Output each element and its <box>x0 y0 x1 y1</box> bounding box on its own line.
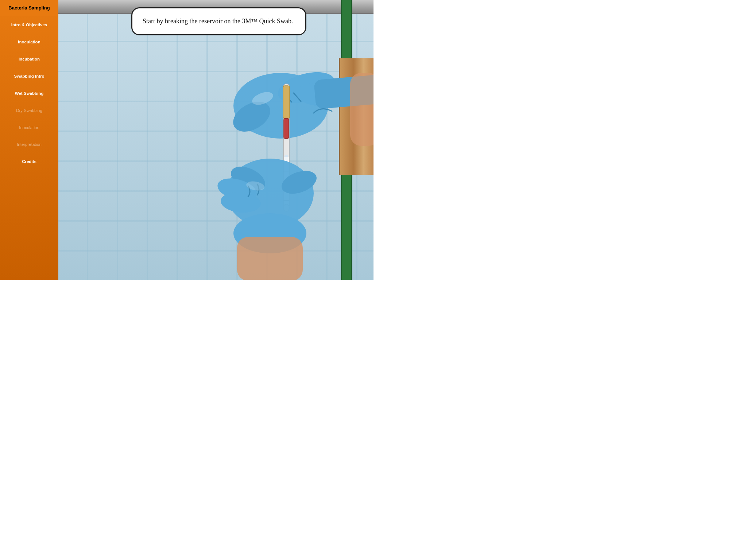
sidebar-item-dry-swabbing[interactable]: Dry Swabbing <box>0 102 58 119</box>
sidebar-item-interpretation[interactable]: Interpretation <box>0 136 58 153</box>
sidebar-item-incubation[interactable]: Incubation <box>0 51 58 68</box>
svg-rect-22 <box>237 237 303 280</box>
speech-bubble-text: Start by breaking the reservoir on the 3… <box>143 18 293 25</box>
sidebar-item-intro[interactable]: Intro & Objectives <box>0 16 58 34</box>
sidebar-title: Bacteria Sampling <box>0 0 58 16</box>
lower-hand <box>215 159 320 280</box>
svg-rect-8 <box>283 86 290 118</box>
scene-illustration <box>58 0 374 280</box>
svg-rect-9 <box>284 118 289 139</box>
sidebar: Bacteria Sampling Intro & Objectives Ino… <box>0 0 58 280</box>
sidebar-item-credits[interactable]: Credits <box>0 153 58 170</box>
svg-rect-23 <box>350 73 374 146</box>
sidebar-item-inoculation1[interactable]: Inoculation <box>0 34 58 51</box>
speech-bubble: Start by breaking the reservoir on the 3… <box>131 7 306 35</box>
sidebar-item-wet-swabbing[interactable]: Wet Swabbing <box>0 85 58 102</box>
sidebar-item-inoculation2[interactable]: Inoculation <box>0 119 58 136</box>
sidebar-item-swabbing-intro[interactable]: Swabbing Intro <box>0 68 58 85</box>
main-scene: Start by breaking the reservoir on the 3… <box>58 0 374 280</box>
